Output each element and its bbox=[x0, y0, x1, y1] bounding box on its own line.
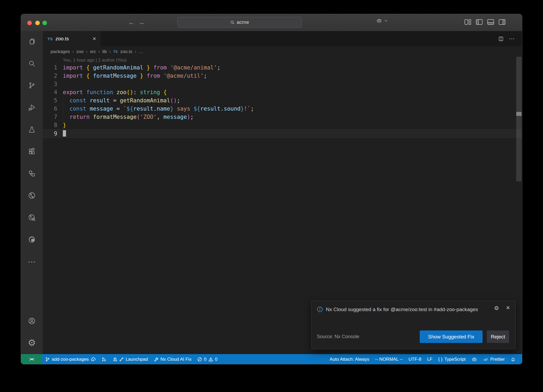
notification-settings-icon[interactable]: ⚙ bbox=[494, 305, 499, 311]
code-text: import { getRandomAnimal } from '@acme/a… bbox=[63, 64, 220, 72]
line-number: 9 bbox=[43, 130, 63, 137]
code-line-2[interactable]: 2import { formatMessage } from '@acme/ut… bbox=[43, 72, 522, 80]
code-text: const result = getRandomAnimal(); bbox=[63, 97, 180, 105]
back-arrow-icon[interactable]: ← bbox=[128, 18, 135, 27]
sidebar-item-nx-console[interactable] bbox=[25, 189, 38, 202]
close-window-button[interactable] bbox=[27, 21, 32, 25]
settings-button[interactable]: ⚙ bbox=[25, 336, 38, 349]
sidebar-item-run-debug[interactable] bbox=[25, 101, 38, 114]
wrench-icon bbox=[154, 357, 159, 362]
git-branch-status[interactable]: add-zoo-packages bbox=[42, 354, 99, 364]
code-line-1[interactable]: 1import { getRandomAnimal } from '@acme/… bbox=[43, 64, 522, 72]
toggle-panel-button[interactable] bbox=[487, 19, 494, 25]
sidebar-item-edge-devtools[interactable] bbox=[25, 233, 38, 246]
typescript-file-icon: TS bbox=[47, 37, 53, 41]
vim-mode-status[interactable]: -- NORMAL -- bbox=[372, 354, 406, 364]
customize-layout-button[interactable] bbox=[464, 19, 471, 25]
status-bar-right: Auto Attach: Always-- NORMAL --UTF-8LF{ … bbox=[327, 354, 522, 364]
zoom-window-button[interactable] bbox=[42, 21, 47, 25]
code-line-5[interactable]: 5 const result = getRandomAnimal(); bbox=[43, 97, 522, 105]
layout-controls bbox=[464, 19, 506, 25]
line-number: 2 bbox=[43, 72, 63, 80]
vscode-window: ← → acme ⋯⚙ TS zoo.ts ✕ ⋯ bbox=[21, 14, 522, 364]
notification-close-icon[interactable]: ✕ bbox=[506, 305, 510, 311]
edge-icon bbox=[28, 236, 36, 243]
language-status[interactable]: { }TypeScript bbox=[435, 354, 468, 364]
breadcrumb-separator: › bbox=[109, 49, 111, 54]
code-line-3[interactable]: 3 bbox=[43, 80, 522, 88]
breadcrumb-item-zoo[interactable]: zoo bbox=[76, 49, 84, 54]
sidebar-item-search[interactable] bbox=[25, 57, 38, 70]
label: 0 bbox=[204, 357, 206, 362]
label: Nx Cloud AI Fix bbox=[160, 357, 191, 362]
sidebar-item-testing[interactable] bbox=[25, 123, 38, 136]
label: LF bbox=[427, 357, 432, 362]
tab-zoo-ts[interactable]: TS zoo.ts ✕ bbox=[43, 31, 100, 46]
notifications-bell[interactable] bbox=[508, 354, 518, 364]
more-actions-icon[interactable]: ⋯ bbox=[509, 35, 515, 42]
code-line-9[interactable]: 9 bbox=[43, 129, 522, 138]
tab-bar: TS zoo.ts ✕ ⋯ bbox=[43, 31, 522, 46]
git-graph-status[interactable] bbox=[99, 354, 109, 364]
toggle-primary-sidebar-button[interactable] bbox=[476, 19, 483, 25]
code-line-6[interactable]: 6 const message = `${result.name} says $… bbox=[43, 105, 522, 113]
sidebar-item-remote-explorer[interactable] bbox=[25, 167, 38, 180]
close-tab-icon[interactable]: ✕ bbox=[93, 36, 96, 42]
sidebar-item-source-control[interactable] bbox=[25, 79, 38, 92]
breadcrumb-item-lib[interactable]: lib bbox=[102, 49, 107, 54]
sidebar-item-explorer[interactable] bbox=[25, 35, 38, 48]
label: Auto Attach: Always bbox=[330, 357, 369, 362]
breadcrumb-more[interactable]: … bbox=[139, 49, 143, 54]
remote-indicator[interactable]: >< bbox=[21, 354, 42, 364]
branch-icon bbox=[45, 357, 50, 362]
command-center-search[interactable]: acme bbox=[177, 17, 302, 28]
code-line-7[interactable]: 7 return formatMessage('ZOO', message); bbox=[43, 113, 522, 121]
sidebar-item-nx-cloud[interactable] bbox=[25, 211, 38, 224]
line-number: 1 bbox=[43, 64, 63, 72]
editor-scrollbar[interactable] bbox=[516, 57, 522, 354]
split-editor-icon[interactable] bbox=[498, 36, 503, 41]
warning-icon bbox=[208, 357, 213, 362]
label: UTF-8 bbox=[409, 357, 421, 362]
notification-footer: Source: Nx Console Show Suggested Fix Re… bbox=[317, 330, 509, 343]
copilot-status[interactable] bbox=[468, 354, 480, 364]
auto-attach-status[interactable]: Auto Attach: Always bbox=[327, 354, 372, 364]
label: { } bbox=[438, 357, 443, 362]
sidebar-item-extensions[interactable] bbox=[25, 145, 38, 158]
launchpad-status[interactable]: Launchpad bbox=[109, 354, 151, 364]
line-number: 3 bbox=[43, 80, 63, 88]
label: TypeScript bbox=[444, 357, 466, 362]
line-number: 8 bbox=[43, 121, 63, 129]
breadcrumb-separator: › bbox=[86, 49, 87, 54]
scrollbar-slider[interactable] bbox=[516, 57, 522, 181]
notification-toast: Nx Cloud suggested a fix for @acme/zoo:t… bbox=[311, 300, 516, 349]
toggle-secondary-sidebar-button[interactable] bbox=[498, 19, 506, 25]
accounts-button[interactable] bbox=[25, 315, 38, 327]
code-line-4[interactable]: 4export function zoo(): string { bbox=[43, 88, 522, 97]
label: 0 bbox=[215, 357, 217, 362]
nx-cloud-ai-fix-status[interactable]: Nx Cloud AI Fix bbox=[151, 354, 194, 364]
breadcrumb-item-packages[interactable]: packages bbox=[51, 49, 70, 54]
eol-status[interactable]: LF bbox=[424, 354, 435, 364]
ellipsis-icon: ⋯ bbox=[28, 257, 36, 266]
breadcrumb-item-src[interactable]: src bbox=[90, 49, 96, 54]
sidebar-item-more-views[interactable]: ⋯ bbox=[25, 255, 38, 268]
copilot-icon bbox=[471, 357, 477, 362]
code-line-8[interactable]: 8} bbox=[43, 121, 522, 129]
problems-status[interactable]: 00 bbox=[194, 354, 220, 364]
status-bar: ><add-zoo-packagesLaunchpadNx Cloud AI F… bbox=[21, 354, 522, 364]
reject-button[interactable]: Reject bbox=[487, 330, 509, 343]
minimize-window-button[interactable] bbox=[35, 21, 40, 25]
activity-bar: ⋯⚙ bbox=[21, 31, 43, 354]
rocket-icon bbox=[112, 357, 117, 362]
formatter-prettier-status[interactable]: Prettier bbox=[480, 354, 508, 364]
indent-guide bbox=[63, 97, 63, 105]
copilot-icon bbox=[376, 18, 382, 23]
code-text: const message = `${result.name} says ${r… bbox=[63, 105, 254, 113]
forward-arrow-icon[interactable]: → bbox=[138, 18, 145, 27]
show-suggested-fix-button[interactable]: Show Suggested Fix bbox=[420, 330, 483, 343]
cloud-upload-icon bbox=[91, 357, 96, 362]
copilot-menu-button[interactable] bbox=[376, 18, 388, 23]
encoding-status[interactable]: UTF-8 bbox=[406, 354, 424, 364]
breadcrumb-item-file[interactable]: zoo.ts bbox=[120, 49, 132, 54]
